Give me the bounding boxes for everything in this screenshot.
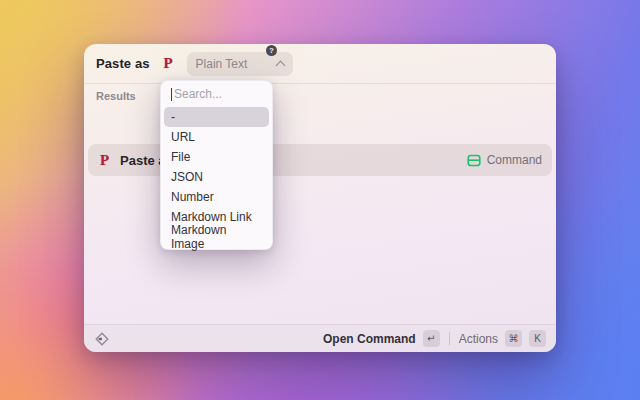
chevron-up-icon	[275, 60, 285, 70]
result-row-paste-as[interactable]: P Paste as Plain Text Command	[88, 144, 552, 176]
search-placeholder: Search...	[174, 87, 222, 101]
dropdown-item-dash[interactable]: -	[164, 107, 269, 127]
command-type-icon	[467, 154, 481, 167]
text-caret	[171, 88, 172, 101]
format-dropdown-popup: Search... - URL File JSON Number Markdow…	[160, 80, 273, 250]
open-command-button[interactable]: Open Command	[323, 332, 416, 346]
dropdown-item-json[interactable]: JSON	[164, 167, 269, 187]
return-keycap: ↵	[423, 330, 440, 347]
dropdown-item-url[interactable]: URL	[164, 127, 269, 147]
action-bar-right: Open Command ↵ Actions ⌘ K	[323, 330, 546, 347]
dropdown-item-markdown-image[interactable]: Markdown Image	[164, 227, 269, 247]
search-input[interactable]: Search...	[161, 81, 272, 107]
dropdown-item-file[interactable]: File	[164, 147, 269, 167]
command-header: Paste as P Plain Text ?	[84, 44, 556, 84]
footer-divider	[449, 332, 450, 345]
paste-as-icon: P	[160, 55, 177, 72]
page-title: Paste as	[96, 56, 150, 71]
accessory-label: Command	[487, 153, 542, 167]
format-dropdown-value: Plain Text	[196, 57, 271, 71]
paste-as-icon: P	[96, 152, 113, 169]
cmd-keycap: ⌘	[505, 330, 522, 347]
raycast-window: Paste as P Plain Text ? Results P Paste …	[84, 44, 556, 352]
dropdown-item-number[interactable]: Number	[164, 187, 269, 207]
k-keycap: K	[529, 330, 546, 347]
action-bar: Open Command ↵ Actions ⌘ K	[84, 324, 556, 352]
raycast-logo-icon	[94, 331, 110, 347]
format-dropdown[interactable]: Plain Text	[187, 52, 293, 76]
results-panel: Results P Paste as Plain Text Command Se…	[84, 84, 556, 324]
result-row-accessory: Command	[467, 153, 542, 167]
help-badge-icon[interactable]: ?	[266, 45, 277, 56]
actions-button[interactable]: Actions	[459, 332, 498, 346]
